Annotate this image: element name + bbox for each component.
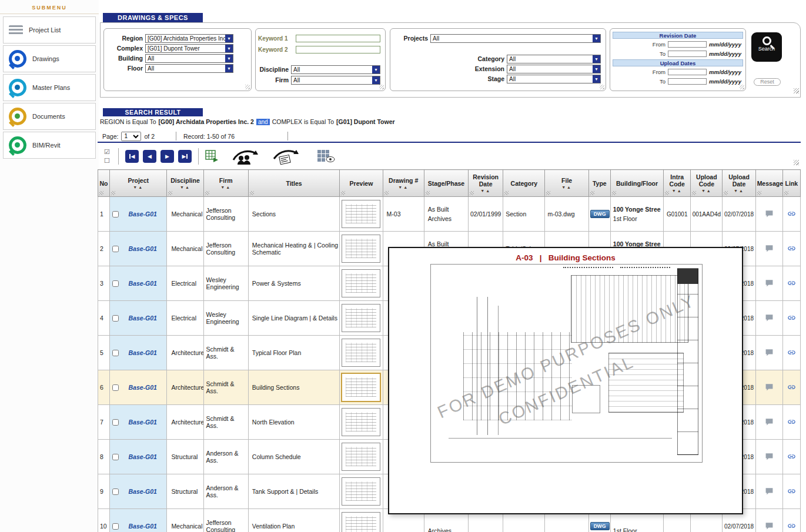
col-header-titles[interactable]: Titles	[248, 170, 340, 197]
project-link[interactable]: Base-G01	[120, 349, 165, 356]
next-page-button[interactable]: ▶	[160, 150, 174, 163]
sort-icons[interactable]: ▼▲	[724, 189, 754, 193]
complex-dropdown[interactable]: [G01] Dupont Tower ▼	[145, 44, 233, 53]
project-link[interactable]: Base-G01	[120, 453, 165, 460]
row-checkbox[interactable]	[112, 454, 119, 460]
col-header-revision-date[interactable]: Revision Date▼▲	[469, 170, 503, 197]
upload-from-input[interactable]	[668, 69, 707, 75]
project-link[interactable]: Base-G01	[120, 384, 165, 391]
row-checkbox[interactable]	[112, 350, 119, 356]
col-header-category[interactable]: Category	[503, 170, 545, 197]
sidebar-item-documents[interactable]: Documents	[3, 103, 96, 130]
reset-button[interactable]: Reset	[754, 78, 781, 86]
preview-thumbnail[interactable]	[342, 339, 380, 367]
chevron-down-icon[interactable]: ▼	[593, 55, 600, 63]
sidebar-item-project-list[interactable]: Project List	[3, 16, 96, 44]
link-icon[interactable]	[787, 244, 796, 253]
sort-icons[interactable]: ▼▲	[665, 189, 689, 193]
col-header-discipline[interactable]: Discipline▼▲	[167, 170, 203, 197]
row-checkbox[interactable]	[112, 384, 119, 391]
messages-icon[interactable]	[765, 210, 774, 218]
stage-dropdown[interactable]: All ▼	[507, 75, 601, 83]
projects-dropdown[interactable]: All ▼	[430, 34, 601, 43]
floor-dropdown[interactable]: All ▼	[145, 64, 233, 73]
row-checkbox[interactable]	[112, 315, 119, 322]
col-header-project[interactable]: Project▼▲	[110, 170, 167, 197]
uncheck-all-button[interactable]: ☐	[102, 157, 112, 165]
col-header-type[interactable]: Type	[588, 170, 610, 197]
sort-icons[interactable]: ▼▲	[111, 185, 165, 189]
chevron-down-icon[interactable]: ▼	[593, 65, 600, 73]
sidebar-item-bim-revit[interactable]: BIM/Revit	[3, 132, 96, 159]
row-checkbox[interactable]	[112, 246, 119, 252]
sort-icons[interactable]: ▼▲	[384, 185, 423, 189]
col-header-intra-code[interactable]: Intra Code▼▲	[664, 170, 691, 197]
preview-thumbnail[interactable]	[342, 408, 380, 436]
resize-grip-icon[interactable]	[794, 88, 799, 93]
building-dropdown[interactable]: All ▼	[145, 54, 233, 63]
messages-icon[interactable]	[765, 453, 774, 460]
link-icon[interactable]	[787, 348, 796, 357]
row-checkbox[interactable]	[112, 523, 119, 530]
col-header-upload-date[interactable]: Upload Date▼▲	[723, 170, 755, 197]
sidebar-item-drawings[interactable]: Drawings	[3, 45, 96, 72]
chevron-down-icon[interactable]: ▼	[225, 45, 233, 52]
sort-icons[interactable]: ▼▲	[168, 185, 202, 189]
project-link[interactable]: Base-G01	[120, 314, 165, 322]
link-icon[interactable]	[787, 209, 796, 218]
messages-icon[interactable]	[765, 418, 774, 426]
preview-thumbnail[interactable]	[342, 512, 380, 532]
revision-to-input[interactable]	[668, 51, 707, 57]
preview-thumbnail[interactable]	[342, 235, 380, 263]
row-checkbox[interactable]	[112, 211, 119, 218]
messages-icon[interactable]	[765, 349, 774, 356]
link-icon[interactable]	[787, 487, 796, 496]
project-link[interactable]: Base-G01	[120, 280, 165, 287]
preview-thumbnail[interactable]	[342, 477, 380, 506]
search-button[interactable]: Search	[751, 32, 782, 62]
chevron-down-icon[interactable]: ▼	[225, 55, 233, 62]
chevron-down-icon[interactable]: ▼	[372, 66, 380, 73]
sort-icons[interactable]: ▼▲	[470, 189, 501, 193]
chevron-down-icon[interactable]: ▼	[593, 35, 600, 42]
prev-page-button[interactable]: ◀	[143, 150, 156, 163]
link-icon[interactable]	[787, 521, 796, 530]
category-dropdown[interactable]: All ▼	[507, 55, 601, 63]
project-link[interactable]: Base-G01	[120, 245, 165, 252]
discipline-dropdown[interactable]: All ▼	[291, 65, 380, 74]
revision-from-input[interactable]	[668, 41, 707, 48]
chevron-down-icon[interactable]: ▼	[225, 35, 233, 42]
firm-dropdown[interactable]: All ▼	[291, 76, 380, 85]
link-icon[interactable]	[787, 452, 796, 461]
link-icon[interactable]	[787, 313, 796, 322]
first-page-button[interactable]: ◀	[125, 150, 139, 163]
project-link[interactable]: Base-G01	[120, 210, 165, 218]
project-link[interactable]: Base-G01	[120, 488, 165, 495]
col-header-building-floor[interactable]: Building/Floor	[610, 170, 663, 197]
upload-to-input[interactable]	[668, 78, 707, 85]
col-header-stage-phase[interactable]: Stage/Phase	[424, 170, 468, 197]
messages-icon[interactable]	[765, 522, 774, 530]
grid-view-button[interactable]	[317, 150, 335, 163]
check-all-button[interactable]: ☑	[102, 148, 112, 156]
project-link[interactable]: Base-G01	[120, 523, 165, 530]
messages-icon[interactable]	[765, 487, 774, 495]
preview-thumbnail[interactable]	[342, 200, 380, 228]
row-checkbox[interactable]	[112, 488, 119, 495]
chevron-down-icon[interactable]: ▼	[593, 75, 600, 83]
keyword1-input[interactable]	[296, 35, 380, 42]
region-dropdown[interactable]: [G00] Archidata Properties Inc. 2 ▼	[145, 34, 233, 43]
link-icon[interactable]	[787, 417, 796, 426]
resize-grip-icon[interactable]	[794, 160, 799, 165]
messages-icon[interactable]	[765, 279, 774, 287]
link-icon[interactable]	[787, 383, 796, 392]
preview-thumbnail[interactable]	[342, 443, 380, 471]
share-users-button[interactable]	[232, 148, 260, 165]
send-drawing-button[interactable]	[272, 148, 300, 165]
chevron-down-icon[interactable]: ▼	[372, 76, 380, 84]
sort-icons[interactable]: ▼▲	[546, 185, 587, 189]
col-header-upload-code[interactable]: Upload Code▼▲	[691, 170, 723, 197]
row-checkbox[interactable]	[112, 280, 119, 287]
chevron-down-icon[interactable]: ▼	[225, 65, 233, 72]
col-header-drawing-no[interactable]: Drawing #▼▲	[383, 170, 424, 197]
